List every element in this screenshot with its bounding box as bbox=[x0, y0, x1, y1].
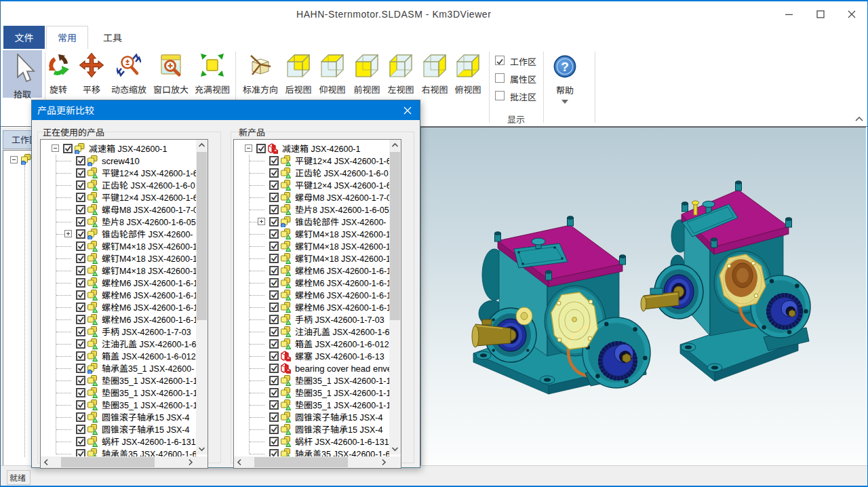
svg-text:?: ? bbox=[561, 60, 569, 74]
